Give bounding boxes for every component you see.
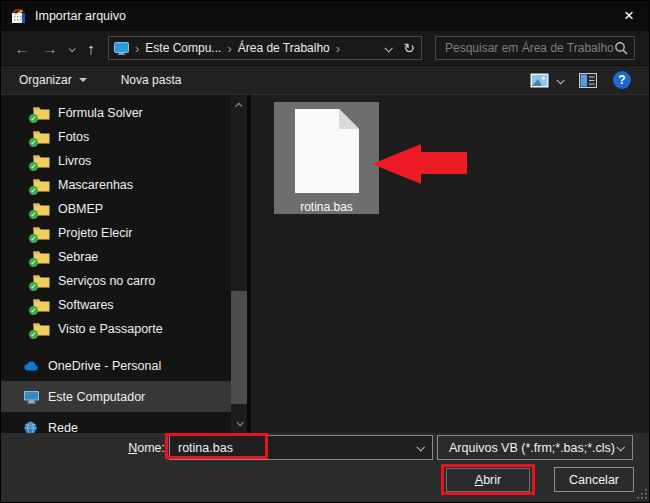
synced-check-icon: ✓ — [29, 186, 38, 195]
help-icon: ? — [618, 73, 625, 87]
organize-label: Organizar — [19, 73, 72, 87]
synced-check-icon: ✓ — [29, 162, 38, 171]
window-title: Importar arquivo — [35, 9, 609, 23]
sidebar-item-visto-e-passaporte[interactable]: ✓ Visto e Passaporte — [1, 317, 231, 341]
synced-check-icon: ✓ — [29, 138, 38, 147]
sidebar-item-fotos[interactable]: ✓ Fotos — [1, 125, 231, 149]
preview-pane-icon[interactable] — [579, 73, 597, 88]
command-toolbar: Organizar Nova pasta — [1, 65, 649, 95]
sidebar-item-obmep[interactable]: ✓ OBMEP — [1, 197, 231, 221]
synced-check-icon: ✓ — [29, 210, 38, 219]
filetype-combobox[interactable]: Arquivos VB (*.frm;*.bas;*.cls) — [437, 435, 633, 460]
sidebar-item-projeto-elecir[interactable]: ✓ Projeto Elecir — [1, 221, 231, 245]
search-input[interactable] — [445, 41, 614, 55]
new-folder-button[interactable]: Nova pasta — [121, 73, 182, 87]
sidebar-item-softwares[interactable]: ✓ Softwares — [1, 293, 231, 317]
recent-locations-chevron-icon[interactable] — [69, 41, 74, 55]
chevron-down-icon — [416, 443, 424, 451]
folder-icon: ✓ — [33, 202, 50, 216]
computer-icon — [114, 42, 129, 55]
resize-grip[interactable] — [637, 488, 647, 502]
folder-icon: ✓ — [33, 298, 50, 312]
sidebar-item-livros[interactable]: ✓ Livros — [1, 149, 231, 173]
filetype-value: Arquivos VB (*.frm;*.bas;*.cls) — [449, 441, 615, 455]
sidebar-item-formula-solver[interactable]: ✓ Fórmula Solver — [1, 101, 231, 125]
navigation-pane: ✓ Fórmula Solver ✓ Fotos ✓ Livros — [1, 95, 251, 433]
import-file-dialog: Importar arquivo × ← → ↑ › Este Compu...… — [0, 0, 650, 503]
synced-check-icon: ✓ — [29, 282, 38, 291]
sidebar-item-onedrive[interactable]: OneDrive - Personal — [1, 350, 231, 381]
title-bar: Importar arquivo × — [1, 1, 649, 31]
vb-form-icon — [11, 8, 27, 24]
breadcrumb-separator-icon: › — [221, 42, 237, 55]
folder-icon: ✓ — [33, 130, 50, 144]
address-dropdown-chevron-icon[interactable] — [385, 41, 391, 55]
organize-button[interactable]: Organizar — [19, 73, 87, 87]
folder-icon: ✓ — [33, 178, 50, 192]
synced-check-icon: ✓ — [29, 258, 38, 267]
chevron-down-icon — [616, 443, 624, 451]
annotation-box-open-button — [441, 464, 535, 495]
scrollbar-thumb[interactable] — [231, 291, 247, 404]
scroll-down-icon[interactable] — [231, 415, 247, 431]
synced-check-icon: ✓ — [29, 114, 38, 123]
annotation-red-arrow-icon — [372, 144, 467, 187]
views-dropdown-chevron-icon[interactable] — [557, 73, 563, 87]
breadcrumb-this-pc[interactable]: Este Compu... — [145, 41, 221, 55]
refresh-icon[interactable]: ↻ — [403, 40, 415, 56]
folder-icon: ✓ — [33, 106, 50, 120]
sidebar-item-servicos-no-carro[interactable]: ✓ Serviços no carro — [1, 269, 231, 293]
forward-icon[interactable]: → — [41, 40, 59, 57]
search-icon — [614, 41, 628, 55]
folder-icon: ✓ — [33, 226, 50, 240]
breadcrumb-separator-icon: › — [330, 42, 346, 55]
computer-icon — [23, 390, 40, 404]
folder-icon: ✓ — [33, 274, 50, 288]
close-button[interactable]: × — [609, 1, 649, 31]
sidebar-item-mascarenhas[interactable]: ✓ Mascarenhas — [1, 173, 231, 197]
sidebar-scrollbar[interactable] — [231, 95, 247, 433]
folder-icon: ✓ — [33, 322, 50, 336]
new-folder-label: Nova pasta — [121, 73, 182, 87]
synced-check-icon: ✓ — [29, 306, 38, 315]
back-icon[interactable]: ← — [13, 40, 31, 57]
document-icon — [295, 109, 359, 196]
address-bar[interactable]: › Este Compu... › Área de Trabalho › ↻ — [108, 36, 422, 60]
folder-icon: ✓ — [33, 250, 50, 264]
navigation-bar: ← → ↑ › Este Compu... › Área de Trabalho… — [1, 31, 649, 65]
cancel-button[interactable]: Cancelar — [554, 467, 634, 492]
sidebar-item-this-pc[interactable]: Este Computador — [1, 381, 231, 412]
file-name-label: rotina.bas — [300, 200, 353, 214]
close-icon: × — [624, 6, 634, 26]
search-box — [435, 36, 635, 60]
filename-label: Nome: — [125, 441, 165, 455]
file-list-pane[interactable]: rotina.bas — [251, 95, 649, 433]
caret-down-icon — [79, 78, 87, 82]
breadcrumb-desktop[interactable]: Área de Trabalho — [238, 41, 330, 55]
sidebar-item-sebrae[interactable]: ✓ Sebrae — [1, 245, 231, 269]
scroll-up-icon[interactable] — [231, 97, 247, 113]
dialog-footer: Nome: Arquivos VB (*.frm;*.bas;*.cls) Ab… — [1, 433, 649, 503]
onedrive-cloud-icon — [23, 359, 40, 373]
folder-icon: ✓ — [33, 154, 50, 168]
annotation-box-filename — [165, 433, 268, 459]
synced-check-icon: ✓ — [29, 330, 38, 339]
help-button[interactable]: ? — [613, 71, 631, 89]
thumbnails-view-icon[interactable] — [530, 73, 549, 88]
breadcrumb-separator-icon: › — [129, 42, 145, 55]
up-icon[interactable]: ↑ — [82, 40, 100, 57]
synced-check-icon: ✓ — [29, 234, 38, 243]
file-item-rotina-bas[interactable]: rotina.bas — [274, 102, 379, 214]
